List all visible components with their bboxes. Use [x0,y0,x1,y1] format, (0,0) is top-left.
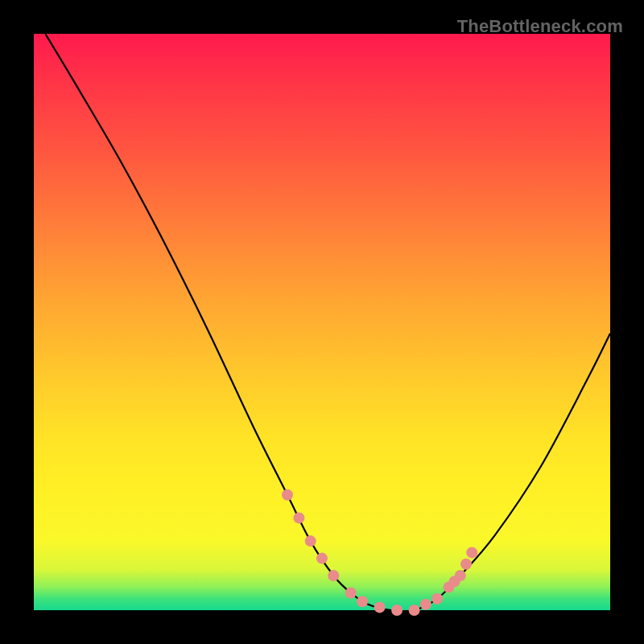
highlight-dot [431,593,443,605]
chart-plot-area [34,34,610,610]
highlight-dot [282,489,293,501]
highlight-dot [391,605,402,616]
highlight-dot [316,553,328,564]
highlight-dot [420,599,431,610]
highlight-dot [293,512,304,523]
highlight-dot [305,535,316,547]
curve-path-group [45,34,610,611]
highlight-dots-group [282,489,477,616]
bottleneck-curve [45,34,610,611]
highlight-dot [345,588,357,599]
highlight-dot [466,547,477,558]
highlight-dot [357,596,368,607]
watermark-text: TheBottleneck.com [457,16,623,37]
chart-svg [34,34,610,610]
highlight-dot [374,601,386,613]
highlight-dot [328,570,339,581]
highlight-dot [409,605,420,616]
chart-frame: TheBottleneck.com [16,16,628,628]
highlight-dot [460,559,472,570]
highlight-dot [455,570,466,581]
